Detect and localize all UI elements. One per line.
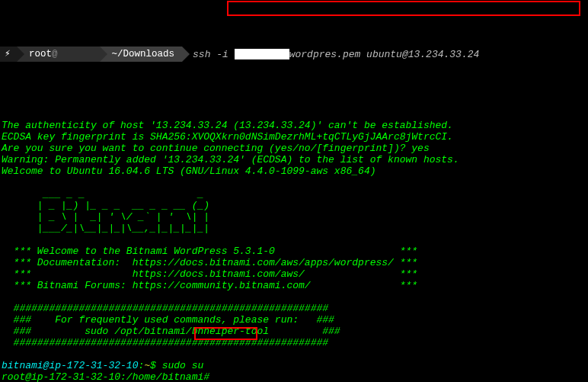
banner-welcome: *** Welcome to the Bitnami WordPress 5.3…	[2, 246, 417, 257]
confirm-answer[interactable]: yes	[411, 143, 429, 154]
banner-forums: *** Bitnami Forums: https://community.bi…	[2, 280, 417, 291]
banner-docs-1: *** Documentation: https://docs.bitnami.…	[2, 257, 417, 268]
prompt-path: ~	[144, 360, 150, 371]
auth-warning-1: The authenticity of host '13.234.33.24 (…	[2, 120, 453, 131]
added-host-warning: Warning: Permanently added '13.234.33.24…	[2, 154, 459, 165]
prompt-dollar: $	[150, 360, 162, 371]
terminal-output[interactable]: The authenticity of host '13.234.33.24 (…	[0, 108, 588, 382]
window-topbar: ⚡ root@ ~/Downloads ssh -i wordpres.pem …	[0, 46, 588, 63]
cwd-segment: ~/Downloads	[100, 47, 183, 62]
user-host-segment: root@	[17, 47, 100, 62]
highlight-box-ssh	[227, 1, 580, 16]
ssh-command[interactable]: ssh -i wordpres.pem ubuntu@13.234.33.24	[182, 49, 479, 60]
prompt-user: bitnami@ip-172-31-32-10	[2, 360, 138, 371]
root-prompt-1: root@ip-172-31-32-10:/home/bitnami#	[2, 371, 209, 382]
ubuntu-welcome: Welcome to Ubuntu 16.04.6 LTS (GNU/Linux…	[2, 165, 375, 177]
confirm-prompt: Are you sure you want to continue connec…	[2, 143, 411, 154]
lightning-icon: ⚡	[0, 47, 17, 62]
redacted-keyname	[235, 49, 289, 59]
banner-docs-2: *** https://docs.bitnami.com/aws/ ***	[2, 268, 417, 280]
hash-help-1: ### For frequently used commands, please…	[2, 314, 334, 326]
hash-divider-2: ########################################…	[2, 337, 328, 348]
cmd-sudo-su[interactable]: sudo su	[162, 360, 209, 371]
hash-divider-1: ########################################…	[2, 303, 328, 314]
ascii-logo-2: | _ |_) |_ _ _ __ _ _ __ (_)	[2, 200, 209, 211]
ascii-logo-4: |___/_|\__|_|_|\__,_|_|_|_|_|	[2, 223, 209, 234]
ascii-logo-1: ___ _ _ _	[2, 188, 203, 200]
hash-help-2: ### sudo /opt/bitnami/bnhelper-tool ###	[2, 326, 340, 337]
ascii-logo-3: | _ \ | _| ' \/ _` | ' \| |	[2, 211, 209, 223]
fingerprint-line: ECDSA key fingerprint is SHA256:XVOQXkrn…	[2, 131, 453, 143]
